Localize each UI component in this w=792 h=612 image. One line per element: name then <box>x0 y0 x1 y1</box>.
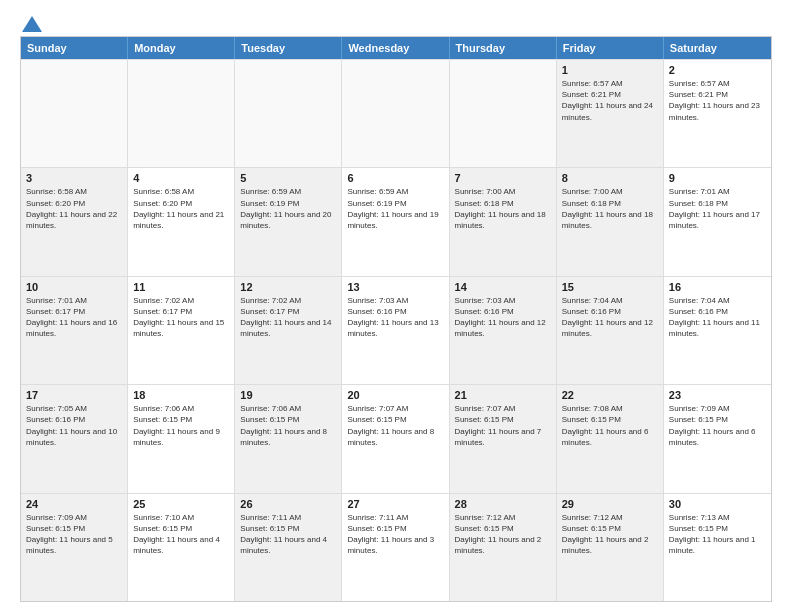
day-number: 7 <box>455 172 551 184</box>
calendar-cell: 16Sunrise: 7:04 AM Sunset: 6:16 PM Dayli… <box>664 277 771 384</box>
day-info: Sunrise: 7:01 AM Sunset: 6:18 PM Dayligh… <box>669 186 766 231</box>
day-info: Sunrise: 7:06 AM Sunset: 6:15 PM Dayligh… <box>133 403 229 448</box>
day-number: 22 <box>562 389 658 401</box>
calendar-header: SundayMondayTuesdayWednesdayThursdayFrid… <box>21 37 771 59</box>
day-number: 15 <box>562 281 658 293</box>
calendar-cell <box>235 60 342 167</box>
day-number: 24 <box>26 498 122 510</box>
day-info: Sunrise: 7:12 AM Sunset: 6:15 PM Dayligh… <box>562 512 658 557</box>
day-info: Sunrise: 7:04 AM Sunset: 6:16 PM Dayligh… <box>669 295 766 340</box>
day-info: Sunrise: 7:13 AM Sunset: 6:15 PM Dayligh… <box>669 512 766 557</box>
calendar-cell: 9Sunrise: 7:01 AM Sunset: 6:18 PM Daylig… <box>664 168 771 275</box>
calendar-cell: 12Sunrise: 7:02 AM Sunset: 6:17 PM Dayli… <box>235 277 342 384</box>
calendar-cell <box>342 60 449 167</box>
calendar-cell: 21Sunrise: 7:07 AM Sunset: 6:15 PM Dayli… <box>450 385 557 492</box>
page: SundayMondayTuesdayWednesdayThursdayFrid… <box>0 0 792 612</box>
calendar-cell: 4Sunrise: 6:58 AM Sunset: 6:20 PM Daylig… <box>128 168 235 275</box>
day-number: 13 <box>347 281 443 293</box>
day-info: Sunrise: 7:11 AM Sunset: 6:15 PM Dayligh… <box>240 512 336 557</box>
day-info: Sunrise: 6:57 AM Sunset: 6:21 PM Dayligh… <box>669 78 766 123</box>
day-info: Sunrise: 6:57 AM Sunset: 6:21 PM Dayligh… <box>562 78 658 123</box>
day-number: 4 <box>133 172 229 184</box>
calendar-cell <box>128 60 235 167</box>
day-info: Sunrise: 7:11 AM Sunset: 6:15 PM Dayligh… <box>347 512 443 557</box>
calendar-cell: 27Sunrise: 7:11 AM Sunset: 6:15 PM Dayli… <box>342 494 449 601</box>
day-info: Sunrise: 7:02 AM Sunset: 6:17 PM Dayligh… <box>133 295 229 340</box>
day-info: Sunrise: 7:00 AM Sunset: 6:18 PM Dayligh… <box>562 186 658 231</box>
header-day-saturday: Saturday <box>664 37 771 59</box>
day-number: 16 <box>669 281 766 293</box>
svg-marker-0 <box>22 16 42 32</box>
day-info: Sunrise: 6:59 AM Sunset: 6:19 PM Dayligh… <box>347 186 443 231</box>
day-number: 2 <box>669 64 766 76</box>
calendar-cell: 2Sunrise: 6:57 AM Sunset: 6:21 PM Daylig… <box>664 60 771 167</box>
calendar-cell: 23Sunrise: 7:09 AM Sunset: 6:15 PM Dayli… <box>664 385 771 492</box>
day-number: 5 <box>240 172 336 184</box>
calendar-cell: 18Sunrise: 7:06 AM Sunset: 6:15 PM Dayli… <box>128 385 235 492</box>
header-day-friday: Friday <box>557 37 664 59</box>
logo <box>20 16 42 28</box>
day-info: Sunrise: 7:02 AM Sunset: 6:17 PM Dayligh… <box>240 295 336 340</box>
day-info: Sunrise: 7:03 AM Sunset: 6:16 PM Dayligh… <box>455 295 551 340</box>
calendar-cell: 5Sunrise: 6:59 AM Sunset: 6:19 PM Daylig… <box>235 168 342 275</box>
day-info: Sunrise: 7:05 AM Sunset: 6:16 PM Dayligh… <box>26 403 122 448</box>
day-number: 19 <box>240 389 336 401</box>
week-row-4: 24Sunrise: 7:09 AM Sunset: 6:15 PM Dayli… <box>21 493 771 601</box>
calendar-cell: 29Sunrise: 7:12 AM Sunset: 6:15 PM Dayli… <box>557 494 664 601</box>
day-number: 3 <box>26 172 122 184</box>
calendar-cell: 26Sunrise: 7:11 AM Sunset: 6:15 PM Dayli… <box>235 494 342 601</box>
calendar-cell: 10Sunrise: 7:01 AM Sunset: 6:17 PM Dayli… <box>21 277 128 384</box>
header-day-sunday: Sunday <box>21 37 128 59</box>
day-number: 1 <box>562 64 658 76</box>
calendar-cell: 6Sunrise: 6:59 AM Sunset: 6:19 PM Daylig… <box>342 168 449 275</box>
calendar-cell: 19Sunrise: 7:06 AM Sunset: 6:15 PM Dayli… <box>235 385 342 492</box>
calendar-cell: 11Sunrise: 7:02 AM Sunset: 6:17 PM Dayli… <box>128 277 235 384</box>
calendar-cell: 3Sunrise: 6:58 AM Sunset: 6:20 PM Daylig… <box>21 168 128 275</box>
day-info: Sunrise: 7:04 AM Sunset: 6:16 PM Dayligh… <box>562 295 658 340</box>
day-number: 14 <box>455 281 551 293</box>
day-info: Sunrise: 6:58 AM Sunset: 6:20 PM Dayligh… <box>26 186 122 231</box>
day-info: Sunrise: 6:58 AM Sunset: 6:20 PM Dayligh… <box>133 186 229 231</box>
day-number: 28 <box>455 498 551 510</box>
header-day-monday: Monday <box>128 37 235 59</box>
calendar-cell: 24Sunrise: 7:09 AM Sunset: 6:15 PM Dayli… <box>21 494 128 601</box>
day-number: 23 <box>669 389 766 401</box>
day-number: 10 <box>26 281 122 293</box>
day-number: 26 <box>240 498 336 510</box>
day-info: Sunrise: 7:00 AM Sunset: 6:18 PM Dayligh… <box>455 186 551 231</box>
calendar-cell: 30Sunrise: 7:13 AM Sunset: 6:15 PM Dayli… <box>664 494 771 601</box>
calendar-cell: 15Sunrise: 7:04 AM Sunset: 6:16 PM Dayli… <box>557 277 664 384</box>
day-info: Sunrise: 7:09 AM Sunset: 6:15 PM Dayligh… <box>26 512 122 557</box>
day-number: 21 <box>455 389 551 401</box>
week-row-3: 17Sunrise: 7:05 AM Sunset: 6:16 PM Dayli… <box>21 384 771 492</box>
day-info: Sunrise: 7:03 AM Sunset: 6:16 PM Dayligh… <box>347 295 443 340</box>
day-info: Sunrise: 6:59 AM Sunset: 6:19 PM Dayligh… <box>240 186 336 231</box>
week-row-0: 1Sunrise: 6:57 AM Sunset: 6:21 PM Daylig… <box>21 59 771 167</box>
calendar-cell: 17Sunrise: 7:05 AM Sunset: 6:16 PM Dayli… <box>21 385 128 492</box>
day-info: Sunrise: 7:09 AM Sunset: 6:15 PM Dayligh… <box>669 403 766 448</box>
calendar-cell: 13Sunrise: 7:03 AM Sunset: 6:16 PM Dayli… <box>342 277 449 384</box>
day-info: Sunrise: 7:07 AM Sunset: 6:15 PM Dayligh… <box>347 403 443 448</box>
calendar-cell: 1Sunrise: 6:57 AM Sunset: 6:21 PM Daylig… <box>557 60 664 167</box>
calendar-cell: 14Sunrise: 7:03 AM Sunset: 6:16 PM Dayli… <box>450 277 557 384</box>
calendar-cell <box>450 60 557 167</box>
day-info: Sunrise: 7:07 AM Sunset: 6:15 PM Dayligh… <box>455 403 551 448</box>
day-number: 11 <box>133 281 229 293</box>
day-info: Sunrise: 7:06 AM Sunset: 6:15 PM Dayligh… <box>240 403 336 448</box>
day-number: 20 <box>347 389 443 401</box>
header-day-wednesday: Wednesday <box>342 37 449 59</box>
calendar-cell: 20Sunrise: 7:07 AM Sunset: 6:15 PM Dayli… <box>342 385 449 492</box>
calendar-cell: 28Sunrise: 7:12 AM Sunset: 6:15 PM Dayli… <box>450 494 557 601</box>
calendar-cell <box>21 60 128 167</box>
calendar-cell: 25Sunrise: 7:10 AM Sunset: 6:15 PM Dayli… <box>128 494 235 601</box>
header <box>20 16 772 28</box>
day-number: 29 <box>562 498 658 510</box>
day-number: 27 <box>347 498 443 510</box>
day-number: 30 <box>669 498 766 510</box>
day-number: 25 <box>133 498 229 510</box>
day-info: Sunrise: 7:12 AM Sunset: 6:15 PM Dayligh… <box>455 512 551 557</box>
day-number: 17 <box>26 389 122 401</box>
calendar-cell: 22Sunrise: 7:08 AM Sunset: 6:15 PM Dayli… <box>557 385 664 492</box>
day-number: 18 <box>133 389 229 401</box>
week-row-1: 3Sunrise: 6:58 AM Sunset: 6:20 PM Daylig… <box>21 167 771 275</box>
